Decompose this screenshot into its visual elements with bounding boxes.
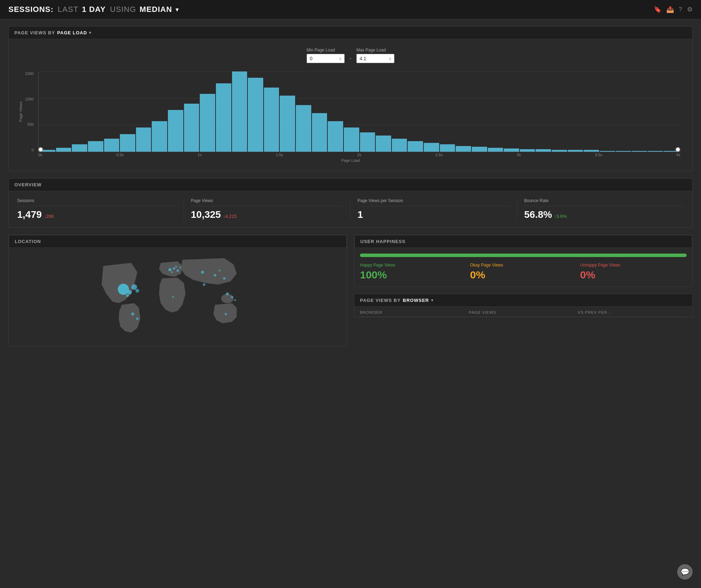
title-using: USING — [110, 5, 136, 14]
histogram-bar-8 — [168, 110, 183, 152]
y-axis-ticks: 1500 1000 500 0 — [24, 71, 36, 152]
svg-point-20 — [225, 313, 227, 315]
unhappy-value: 0% — [580, 269, 687, 281]
x-axis-label: Page Load — [341, 158, 360, 162]
sessions-delta: ↓268 — [44, 214, 54, 219]
slider-row — [38, 147, 680, 152]
histogram-bar-14 — [264, 88, 279, 152]
histogram-container: Page Views 1500 1000 500 0 — [17, 71, 684, 162]
filter-row: Min Page Load s - Max Page Load s — [17, 48, 684, 63]
histogram-bar-16 — [296, 105, 311, 152]
overview-header: OVERVIEW — [8, 178, 693, 191]
unhappy-label: Unhappy Page Views — [580, 263, 687, 268]
help-icon[interactable]: ? — [679, 6, 682, 13]
max-page-load-group: Max Page Load s — [356, 48, 395, 63]
right-slider-handle[interactable] — [675, 147, 680, 152]
browser-chevron-icon[interactable]: ▾ — [431, 298, 434, 303]
overview-page-views: Page Views 10,325 ↓4,215 — [184, 198, 351, 220]
overview-title: OVERVIEW — [14, 182, 42, 187]
bookmark-icon[interactable]: 🔖 — [654, 6, 661, 13]
top-header: SESSIONS: LAST 1 DAY USING MEDIAN ▾ 🔖 📤 … — [0, 0, 701, 19]
left-slider-handle[interactable] — [38, 147, 43, 152]
browser-title-prefix: PAGE VIEWS BY — [360, 298, 401, 303]
location-dot-usa-large — [118, 284, 129, 295]
page-views-label: Page Views — [191, 198, 343, 206]
happy-label: Happy Page Views — [360, 263, 467, 268]
y-axis-label: Page Views — [19, 102, 23, 122]
sessions-value: 1,479 ↓268 — [17, 209, 177, 220]
unhappy-metric: Unhappy Page Views 0% — [580, 263, 687, 281]
page-load-header: PAGE VIEWS BY PAGE LOAD ▾ — [8, 26, 693, 39]
svg-point-12 — [214, 274, 216, 276]
browser-col-pageviews: PAGE VIEWS — [469, 310, 578, 314]
min-page-load-group: Min Page Load s — [307, 48, 345, 63]
svg-point-10 — [179, 267, 181, 268]
browser-header: PAGE VIEWS BY BROWSER ▾ — [354, 294, 693, 307]
histogram-bar-9 — [184, 104, 199, 152]
pv-per-session-value: 1 — [358, 209, 510, 220]
histogram-bar-10 — [200, 94, 215, 152]
okay-metric: Okay Page Views 0% — [470, 263, 577, 281]
chat-bubble[interactable]: 💬 — [677, 564, 693, 580]
max-page-load-label: Max Page Load — [356, 48, 395, 53]
chat-icon: 💬 — [681, 568, 689, 576]
location-section: LOCATION — [8, 235, 347, 346]
max-page-load-input[interactable] — [360, 56, 388, 61]
histogram-bar-11 — [216, 83, 231, 152]
happy-bar-segment — [360, 254, 687, 257]
right-column: USER HAPPINESS Happy Page Views 100% — [354, 235, 693, 346]
filter-dash: - — [349, 55, 351, 62]
location-dot-usa-2 — [131, 284, 137, 290]
max-unit: s — [389, 56, 392, 61]
svg-point-14 — [219, 270, 220, 271]
histogram-bars — [38, 71, 680, 152]
svg-point-19 — [172, 296, 174, 298]
max-page-load-input-wrap: s — [356, 54, 395, 63]
svg-point-11 — [201, 271, 204, 274]
x-tick-0s: 0s — [38, 153, 42, 157]
x-tick-3s: 3s — [517, 153, 521, 157]
svg-point-18 — [203, 283, 205, 286]
min-page-load-input[interactable] — [310, 56, 338, 61]
title-sessions-prefix: SESSIONS: — [8, 5, 54, 14]
bounce-rate-value: 56.8% ↑3.6% — [524, 209, 684, 220]
happy-metric: Happy Page Views 100% — [360, 263, 467, 281]
x-tick-1s: 1s — [198, 153, 202, 157]
browser-body: BROWSER PAGE VIEWS VS PREV PER... — [354, 307, 693, 317]
y-tick-1000: 1000 — [25, 97, 34, 101]
happiness-title: USER HAPPINESS — [360, 239, 406, 244]
happy-value: 100% — [360, 269, 467, 281]
svg-point-13 — [223, 277, 225, 279]
x-tick-15s: 1.5s — [276, 153, 283, 157]
page-title: SESSIONS: LAST 1 DAY USING MEDIAN ▾ — [8, 5, 179, 14]
chevron-down-icon[interactable]: ▾ — [176, 6, 179, 13]
x-tick-4s: 4s — [676, 153, 680, 157]
svg-point-5 — [168, 268, 171, 271]
title-time-val: 1 DAY — [82, 5, 106, 14]
histogram-bar-17 — [312, 113, 327, 152]
svg-point-17 — [234, 299, 236, 301]
min-unit: s — [339, 56, 342, 61]
location-body — [9, 248, 347, 346]
happiness-metrics: Happy Page Views 100% Okay Page Views 0%… — [360, 263, 687, 281]
x-tick-05s: 0.5s — [116, 153, 124, 157]
happiness-body: Happy Page Views 100% Okay Page Views 0%… — [354, 248, 692, 286]
bounce-rate-label: Bounce Rate — [524, 198, 684, 206]
page-views-delta: ↓4,215 — [223, 214, 237, 219]
y-tick-500: 500 — [27, 122, 34, 126]
okay-value: 0% — [470, 269, 577, 281]
svg-point-8 — [175, 266, 177, 268]
svg-point-9 — [171, 271, 173, 273]
page-load-title-prefix: PAGE VIEWS BY — [14, 30, 55, 35]
settings-icon[interactable]: ⚙ — [687, 6, 693, 13]
page-views-value: 10,325 ↓4,215 — [191, 209, 343, 220]
sessions-label: Sessions — [17, 198, 177, 206]
x-axis-ticks: 0s 0.5s 1s 1.5s 2s 2.5s 3s 3.5s 4s — [38, 153, 680, 157]
share-icon[interactable]: 📤 — [666, 6, 674, 13]
browser-section: PAGE VIEWS BY BROWSER ▾ BROWSER PAGE VIE… — [354, 294, 693, 317]
bounce-rate-delta: ↑3.6% — [554, 214, 567, 219]
page-load-section: PAGE VIEWS BY PAGE LOAD ▾ Min Page Load … — [8, 26, 693, 171]
svg-point-4 — [136, 317, 138, 320]
user-happiness-section: USER HAPPINESS Happy Page Views 100% — [354, 235, 693, 287]
page-load-chevron-icon[interactable]: ▾ — [89, 30, 91, 35]
